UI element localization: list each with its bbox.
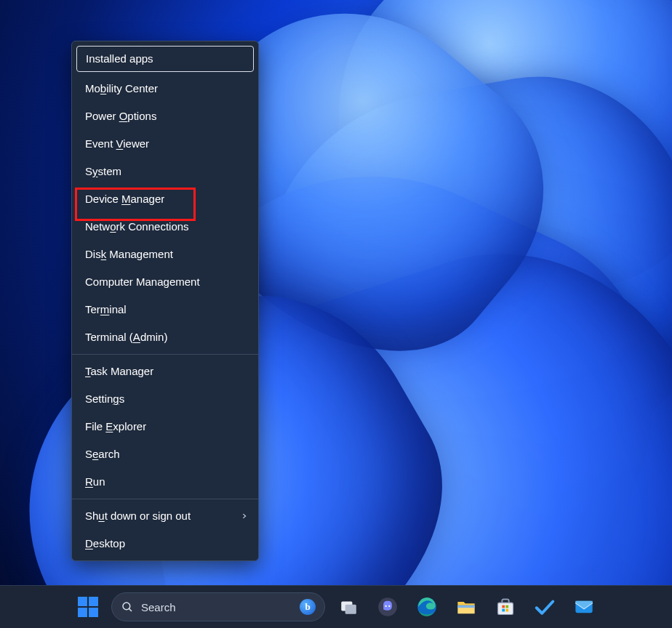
- edge-icon: [417, 597, 437, 617]
- menu-item-label: Settings: [85, 392, 124, 405]
- menu-item-label: Desktop: [85, 537, 125, 550]
- menu-separator: [72, 499, 258, 499]
- svg-point-5: [385, 605, 387, 607]
- menu-item-label: Disk Management: [85, 248, 173, 260]
- menu-item-terminal-admin[interactable]: Terminal (Admin): [72, 323, 258, 351]
- menu-item-file-explorer[interactable]: File Explorer: [72, 413, 258, 440]
- menu-item-label: File Explorer: [85, 420, 146, 432]
- svg-rect-14: [505, 609, 508, 612]
- menu-item-label: Device Manager: [85, 193, 164, 205]
- menu-item-settings[interactable]: Settings: [72, 385, 258, 413]
- menu-item-desktop[interactable]: Desktop: [72, 530, 258, 557]
- menu-item-label: Run: [85, 475, 105, 488]
- menu-item-installed-apps[interactable]: Installed apps: [76, 46, 254, 72]
- menu-item-network-connections[interactable]: Network Connections: [72, 213, 258, 241]
- search-icon: [121, 600, 134, 613]
- file-explorer-button[interactable]: [450, 591, 482, 623]
- menu-item-label: Terminal (Admin): [85, 331, 167, 343]
- svg-rect-3: [345, 605, 356, 614]
- menu-item-disk-management[interactable]: Disk Management: [72, 241, 258, 268]
- menu-item-label: Installed apps: [86, 52, 153, 65]
- file-explorer-icon: [456, 597, 476, 617]
- chat-icon: [377, 597, 398, 617]
- edge-button[interactable]: [411, 591, 443, 623]
- microsoft-store-icon: [495, 597, 516, 617]
- menu-item-shut-down-or-sign-out[interactable]: Shut down or sign out: [72, 502, 258, 530]
- search-placeholder: Search: [141, 601, 176, 613]
- menu-item-mobility-center[interactable]: Mobility Center: [72, 75, 258, 102]
- menu-item-label: Terminal: [85, 303, 127, 315]
- menu-item-event-viewer[interactable]: Event Viewer: [72, 130, 258, 158]
- svg-point-6: [388, 605, 390, 607]
- svg-line-1: [129, 608, 132, 611]
- task-view-icon: [339, 597, 358, 616]
- chat-button[interactable]: [372, 591, 404, 623]
- bing-badge-icon: b: [300, 599, 316, 615]
- menu-item-label: Task Manager: [85, 365, 153, 377]
- menu-item-label: Shut down or sign out: [85, 510, 191, 522]
- menu-item-run[interactable]: Run: [72, 468, 258, 496]
- menu-item-label: Event Viewer: [85, 137, 149, 150]
- menu-item-system[interactable]: System: [72, 158, 258, 185]
- menu-item-device-manager[interactable]: Device Manager: [72, 185, 258, 213]
- desktop-wallpaper[interactable]: Installed appsMobility CenterPower Optio…: [0, 0, 672, 628]
- todo-button[interactable]: [529, 591, 561, 623]
- svg-rect-10: [498, 603, 513, 614]
- microsoft-store-button[interactable]: [489, 591, 521, 623]
- menu-item-label: Computer Management: [85, 275, 200, 288]
- mail-icon: [574, 597, 594, 617]
- task-view-button[interactable]: [332, 591, 364, 623]
- menu-item-label: Power Options: [85, 110, 156, 122]
- menu-item-power-options[interactable]: Power Options: [72, 102, 258, 130]
- menu-item-label: Network Connections: [85, 220, 189, 233]
- svg-point-0: [123, 603, 130, 610]
- menu-item-computer-management[interactable]: Computer Management: [72, 268, 258, 296]
- svg-rect-9: [457, 605, 474, 608]
- taskbar: Search b: [0, 585, 672, 628]
- menu-item-search[interactable]: Search: [72, 440, 258, 468]
- menu-item-label: System: [85, 165, 121, 177]
- svg-rect-13: [502, 609, 505, 612]
- winx-context-menu: Installed appsMobility CenterPower Optio…: [71, 41, 259, 561]
- menu-item-task-manager[interactable]: Task Manager: [72, 358, 258, 385]
- menu-item-label: Mobility Center: [85, 82, 158, 94]
- menu-item-label: Search: [85, 448, 120, 460]
- start-icon: [78, 597, 98, 617]
- todo-icon: [534, 596, 556, 618]
- chevron-right-icon: [241, 509, 248, 523]
- svg-rect-11: [502, 605, 505, 608]
- start-button[interactable]: [72, 591, 104, 623]
- menu-item-terminal[interactable]: Terminal: [72, 296, 258, 323]
- svg-rect-12: [505, 605, 508, 608]
- taskbar-search[interactable]: Search b: [111, 592, 325, 621]
- menu-separator: [72, 354, 258, 355]
- mail-button[interactable]: [568, 591, 600, 623]
